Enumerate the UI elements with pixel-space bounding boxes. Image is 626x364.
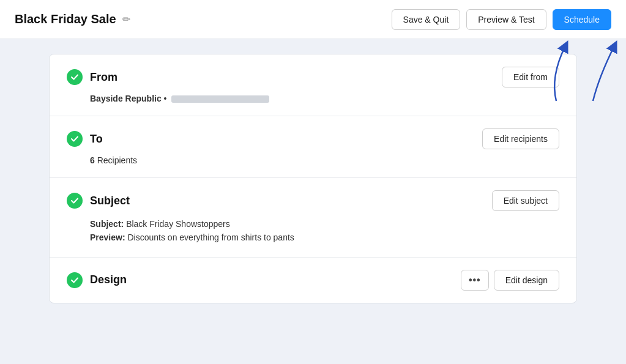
preview-line: Preview: Discounts on everything from sh… <box>90 231 559 244</box>
to-section-header: To Edit recipients <box>67 128 559 149</box>
recipients-label-text: Recipients <box>97 155 137 165</box>
header-actions: Save & Quit Preview & Test Schedule <box>392 9 611 30</box>
subject-line: Subject: Black Friday Showstoppers <box>90 217 559 231</box>
from-body: Bayside Republic • <box>67 94 559 103</box>
subject-actions: Edit subject <box>492 190 559 211</box>
design-title: Design <box>90 273 127 286</box>
edit-recipients-button[interactable]: Edit recipients <box>482 128 559 149</box>
preview-value-text: Discounts on everything from shirts to p… <box>127 232 294 242</box>
save-quit-button[interactable]: Save & Quit <box>392 9 461 30</box>
from-title: From <box>90 71 117 84</box>
schedule-button[interactable]: Schedule <box>553 9 611 30</box>
preview-label: Preview: <box>90 232 125 242</box>
sender-email-redacted <box>171 95 269 103</box>
from-section: From Edit from Bayside Republic • <box>50 54 576 116</box>
design-more-button[interactable]: ••• <box>461 270 489 291</box>
from-section-header: From Edit from <box>67 67 559 87</box>
main-content: From Edit from Bayside Republic • <box>0 39 626 364</box>
from-separator: • <box>164 94 170 103</box>
subject-label: Subject: <box>90 219 124 229</box>
subject-section: Subject Edit subject Subject: Black Frid… <box>50 178 576 258</box>
to-body: 6 Recipients <box>67 155 559 165</box>
to-title-group: To <box>67 131 103 147</box>
from-line: Bayside Republic • <box>90 94 559 103</box>
recipients-count: 6 <box>90 155 95 165</box>
from-actions: Edit from <box>502 67 559 87</box>
subject-title: Subject <box>90 195 130 207</box>
from-check-icon <box>67 69 83 85</box>
subject-value-text: Black Friday Showstoppers <box>126 219 230 229</box>
edit-subject-button[interactable]: Edit subject <box>492 190 559 211</box>
subject-title-group: Subject <box>67 193 130 209</box>
to-title: To <box>90 133 103 146</box>
subject-body: Subject: Black Friday Showstoppers Previ… <box>67 217 559 245</box>
page-title: Black Friday Sale <box>15 12 116 26</box>
header: Black Friday Sale ✏ Save & Quit Preview … <box>0 0 626 39</box>
to-check-icon <box>67 131 83 147</box>
design-title-group: Design <box>67 272 127 288</box>
edit-from-button[interactable]: Edit from <box>502 67 559 87</box>
to-actions: Edit recipients <box>482 128 559 149</box>
design-check-icon <box>67 272 83 288</box>
to-section: To Edit recipients 6 Recipients <box>50 116 576 178</box>
sender-name: Bayside Republic <box>90 94 162 103</box>
edit-design-button[interactable]: Edit design <box>494 270 559 291</box>
header-left: Black Friday Sale ✏ <box>15 12 130 26</box>
design-section: Design ••• Edit design <box>50 258 576 303</box>
design-actions: ••• Edit design <box>461 270 559 291</box>
recipients-line: 6 Recipients <box>90 155 559 165</box>
subject-check-icon <box>67 193 83 209</box>
campaign-card: From Edit from Bayside Republic • <box>49 54 577 303</box>
from-title-group: From <box>67 69 117 85</box>
edit-title-icon[interactable]: ✏ <box>122 13 130 25</box>
subject-section-header: Subject Edit subject <box>67 190 559 211</box>
design-section-header: Design ••• Edit design <box>67 270 559 291</box>
preview-test-button[interactable]: Preview & Test <box>466 9 546 30</box>
